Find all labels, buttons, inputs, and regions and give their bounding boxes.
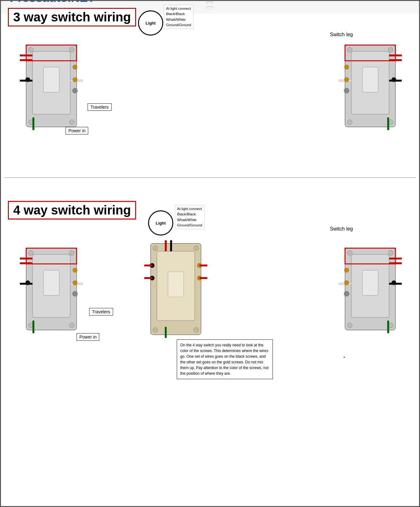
svg-rect-20 (207, 7, 207, 9)
svg-rect-105 (144, 265, 152, 266)
svg-point-43 (28, 47, 33, 52)
svg-point-62 (347, 120, 352, 125)
svg-rect-19 (212, 7, 213, 8)
power-in-label-3way: Power in (66, 127, 88, 134)
switch-leg-4way: Switch leg (330, 226, 353, 232)
svg-point-73 (344, 88, 349, 93)
travelers-label-3way: Travelers (88, 103, 112, 111)
dot-decoration: . (343, 352, 345, 359)
switch-3way-left (20, 42, 83, 131)
svg-point-112 (347, 250, 352, 255)
svg-rect-93 (168, 272, 184, 297)
svg-point-72 (392, 77, 396, 82)
svg-point-113 (388, 250, 393, 255)
svg-point-89 (26, 281, 30, 285)
divider (4, 177, 416, 178)
svg-point-52 (72, 88, 78, 93)
svg-rect-42 (43, 67, 59, 92)
svg-point-97 (194, 328, 199, 333)
svg-rect-2 (207, 2, 207, 4)
svg-rect-107 (199, 265, 207, 266)
switch-4way-center (144, 240, 207, 339)
svg-point-54 (73, 77, 77, 82)
footer-brand: Pressauto.NET (10, 0, 95, 5)
svg-point-60 (347, 47, 352, 52)
travelers-label-4way: Travelers (89, 308, 113, 316)
main-container: 3 way switch wiring Light At light conne… (1, 1, 419, 14)
svg-rect-85 (32, 321, 34, 333)
switch-3way-right (339, 42, 402, 131)
svg-point-61 (388, 47, 393, 52)
svg-point-86 (72, 291, 78, 296)
svg-point-114 (347, 323, 352, 328)
switch-leg-3way: Switch leg (330, 32, 353, 37)
svg-rect-18 (207, 7, 212, 7)
svg-rect-98 (165, 240, 167, 251)
svg-point-95 (194, 246, 199, 251)
light-bulb-4way: Light (148, 210, 173, 236)
switch-4way-right (339, 245, 402, 334)
svg-rect-76 (43, 270, 59, 295)
switch-4way-left (20, 245, 83, 334)
svg-point-96 (153, 328, 158, 333)
svg-point-94 (153, 246, 158, 251)
title-3way: 3 way switch wiring (8, 8, 136, 26)
svg-rect-51 (32, 117, 34, 130)
svg-rect-68 (387, 117, 389, 130)
svg-rect-111 (362, 270, 378, 295)
power-in-label-4way: Power in (77, 333, 99, 341)
svg-point-55 (26, 77, 30, 82)
svg-point-125 (344, 291, 349, 296)
svg-point-123 (344, 281, 349, 285)
svg-point-46 (69, 120, 74, 125)
svg-point-70 (344, 65, 349, 69)
svg-line-17 (212, 2, 213, 2)
at-light-connect-4way: At light connect Black/Black Whait/White… (175, 205, 204, 229)
svg-point-71 (344, 77, 349, 82)
title-4way: 4 way switch wiring (8, 201, 136, 219)
svg-point-53 (73, 65, 77, 69)
svg-point-77 (28, 250, 33, 255)
svg-rect-59 (362, 67, 378, 92)
svg-point-87 (73, 268, 77, 272)
svg-rect-0 (207, 2, 212, 2)
at-light-connect-3way: At light connect Black/Black Whait/White… (164, 5, 193, 29)
svg-point-88 (73, 281, 77, 285)
svg-point-44 (69, 47, 74, 52)
svg-rect-99 (170, 240, 172, 251)
svg-rect-106 (144, 277, 152, 279)
svg-rect-108 (199, 277, 207, 279)
svg-point-122 (344, 268, 349, 272)
svg-point-124 (392, 281, 396, 285)
svg-rect-120 (387, 321, 389, 333)
svg-rect-100 (165, 327, 167, 338)
svg-point-78 (69, 250, 74, 255)
svg-rect-1 (212, 2, 213, 3)
svg-point-80 (69, 323, 74, 328)
light-bulb-3way: Light (138, 10, 163, 36)
note-box-4way: On the 4 way switch you really need to l… (177, 339, 273, 379)
